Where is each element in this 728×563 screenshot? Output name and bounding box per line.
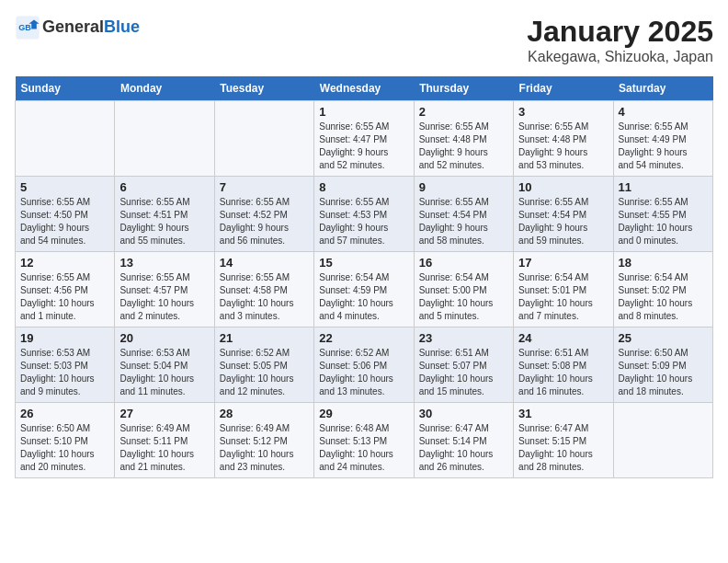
calendar-cell: 16Sunrise: 6:54 AM Sunset: 5:00 PM Dayli… xyxy=(414,252,513,327)
day-number: 18 xyxy=(619,256,708,270)
calendar-cell: 23Sunrise: 6:51 AM Sunset: 5:07 PM Dayli… xyxy=(414,327,513,403)
weekday-header: Monday xyxy=(115,76,214,101)
weekday-row: SundayMondayTuesdayWednesdayThursdayFrid… xyxy=(16,76,713,101)
calendar-cell: 1Sunrise: 6:55 AM Sunset: 4:47 PM Daylig… xyxy=(314,101,414,177)
day-detail: Sunrise: 6:48 AM Sunset: 5:13 PM Dayligh… xyxy=(319,422,408,474)
calendar-week-row: 19Sunrise: 6:53 AM Sunset: 5:03 PM Dayli… xyxy=(16,327,713,403)
calendar-cell: 18Sunrise: 6:54 AM Sunset: 5:02 PM Dayli… xyxy=(613,252,712,327)
day-number: 7 xyxy=(220,180,309,194)
day-detail: Sunrise: 6:47 AM Sunset: 5:14 PM Dayligh… xyxy=(419,422,508,474)
calendar-week-row: 5Sunrise: 6:55 AM Sunset: 4:50 PM Daylig… xyxy=(16,177,713,252)
day-detail: Sunrise: 6:50 AM Sunset: 5:09 PM Dayligh… xyxy=(619,347,708,398)
calendar-cell: 4Sunrise: 6:55 AM Sunset: 4:49 PM Daylig… xyxy=(613,101,712,177)
calendar-cell: 29Sunrise: 6:48 AM Sunset: 5:13 PM Dayli… xyxy=(314,403,414,478)
weekday-header: Wednesday xyxy=(314,76,414,101)
weekday-header: Thursday xyxy=(414,76,513,101)
calendar-cell: 27Sunrise: 6:49 AM Sunset: 5:11 PM Dayli… xyxy=(115,403,214,478)
day-detail: Sunrise: 6:50 AM Sunset: 5:10 PM Dayligh… xyxy=(20,422,109,474)
day-detail: Sunrise: 6:55 AM Sunset: 4:52 PM Dayligh… xyxy=(220,196,309,247)
day-detail: Sunrise: 6:55 AM Sunset: 4:55 PM Dayligh… xyxy=(619,196,708,247)
day-detail: Sunrise: 6:53 AM Sunset: 5:04 PM Dayligh… xyxy=(119,347,209,398)
calendar-week-row: 12Sunrise: 6:55 AM Sunset: 4:56 PM Dayli… xyxy=(16,252,713,327)
weekday-header: Saturday xyxy=(613,76,712,101)
calendar-cell: 11Sunrise: 6:55 AM Sunset: 4:55 PM Dayli… xyxy=(613,177,712,252)
day-number: 15 xyxy=(319,256,408,270)
day-detail: Sunrise: 6:55 AM Sunset: 4:54 PM Dayligh… xyxy=(518,196,608,247)
day-detail: Sunrise: 6:53 AM Sunset: 5:03 PM Dayligh… xyxy=(20,347,109,398)
day-number: 28 xyxy=(220,407,309,420)
day-number: 29 xyxy=(319,407,408,420)
day-detail: Sunrise: 6:55 AM Sunset: 4:57 PM Dayligh… xyxy=(119,271,209,323)
day-number: 22 xyxy=(319,331,408,345)
calendar-cell: 6Sunrise: 6:55 AM Sunset: 4:51 PM Daylig… xyxy=(115,177,214,252)
svg-text:GB: GB xyxy=(18,23,31,32)
day-detail: Sunrise: 6:55 AM Sunset: 4:53 PM Dayligh… xyxy=(319,196,408,247)
day-detail: Sunrise: 6:54 AM Sunset: 5:02 PM Dayligh… xyxy=(619,271,708,323)
calendar-cell: 5Sunrise: 6:55 AM Sunset: 4:50 PM Daylig… xyxy=(16,177,115,252)
calendar-body: 1Sunrise: 6:55 AM Sunset: 4:47 PM Daylig… xyxy=(16,101,713,478)
day-number: 27 xyxy=(119,407,209,420)
calendar-cell: 9Sunrise: 6:55 AM Sunset: 4:54 PM Daylig… xyxy=(414,177,513,252)
calendar-table: SundayMondayTuesdayWednesdayThursdayFrid… xyxy=(15,76,713,478)
day-detail: Sunrise: 6:49 AM Sunset: 5:11 PM Dayligh… xyxy=(119,422,209,474)
day-detail: Sunrise: 6:55 AM Sunset: 4:48 PM Dayligh… xyxy=(419,121,508,172)
day-number: 1 xyxy=(319,105,408,119)
calendar-cell: 17Sunrise: 6:54 AM Sunset: 5:01 PM Dayli… xyxy=(514,252,613,327)
day-detail: Sunrise: 6:54 AM Sunset: 4:59 PM Dayligh… xyxy=(319,271,408,323)
calendar-cell: 26Sunrise: 6:50 AM Sunset: 5:10 PM Dayli… xyxy=(16,403,115,478)
day-number: 14 xyxy=(220,256,309,270)
calendar-cell xyxy=(16,101,115,177)
calendar-cell: 25Sunrise: 6:50 AM Sunset: 5:09 PM Dayli… xyxy=(613,327,712,403)
day-detail: Sunrise: 6:52 AM Sunset: 5:05 PM Dayligh… xyxy=(220,347,309,398)
calendar-cell: 30Sunrise: 6:47 AM Sunset: 5:14 PM Dayli… xyxy=(414,403,513,478)
calendar-cell: 2Sunrise: 6:55 AM Sunset: 4:48 PM Daylig… xyxy=(414,101,513,177)
day-number: 16 xyxy=(419,256,508,270)
day-number: 21 xyxy=(220,331,309,345)
day-detail: Sunrise: 6:55 AM Sunset: 4:49 PM Dayligh… xyxy=(619,121,708,172)
page-header: GB GeneralBlue January 2025 Kakegawa, Sh… xyxy=(15,15,713,65)
day-detail: Sunrise: 6:51 AM Sunset: 5:08 PM Dayligh… xyxy=(518,347,608,398)
day-number: 26 xyxy=(20,407,109,420)
day-detail: Sunrise: 6:55 AM Sunset: 4:51 PM Dayligh… xyxy=(119,196,209,247)
calendar-cell: 31Sunrise: 6:47 AM Sunset: 5:15 PM Dayli… xyxy=(514,403,613,478)
day-detail: Sunrise: 6:55 AM Sunset: 4:47 PM Dayligh… xyxy=(319,121,408,172)
day-number: 3 xyxy=(518,105,608,119)
logo-blue: Blue xyxy=(104,17,140,36)
day-number: 10 xyxy=(518,180,608,194)
day-detail: Sunrise: 6:55 AM Sunset: 4:48 PM Dayligh… xyxy=(518,121,608,172)
logo-icon: GB xyxy=(15,15,40,40)
calendar-cell: 14Sunrise: 6:55 AM Sunset: 4:58 PM Dayli… xyxy=(214,252,313,327)
day-number: 25 xyxy=(619,331,708,345)
calendar-cell: 28Sunrise: 6:49 AM Sunset: 5:12 PM Dayli… xyxy=(214,403,313,478)
calendar-cell xyxy=(613,403,712,478)
calendar-cell: 3Sunrise: 6:55 AM Sunset: 4:48 PM Daylig… xyxy=(514,101,613,177)
calendar-week-row: 1Sunrise: 6:55 AM Sunset: 4:47 PM Daylig… xyxy=(16,101,713,177)
day-number: 23 xyxy=(419,331,508,345)
day-number: 5 xyxy=(20,180,109,194)
logo: GB GeneralBlue xyxy=(15,15,140,40)
calendar-cell: 7Sunrise: 6:55 AM Sunset: 4:52 PM Daylig… xyxy=(214,177,313,252)
calendar-week-row: 26Sunrise: 6:50 AM Sunset: 5:10 PM Dayli… xyxy=(16,403,713,478)
day-number: 31 xyxy=(518,407,608,420)
day-number: 2 xyxy=(419,105,508,119)
calendar-cell: 15Sunrise: 6:54 AM Sunset: 4:59 PM Dayli… xyxy=(314,252,414,327)
day-detail: Sunrise: 6:55 AM Sunset: 4:58 PM Dayligh… xyxy=(220,271,309,323)
day-detail: Sunrise: 6:51 AM Sunset: 5:07 PM Dayligh… xyxy=(419,347,508,398)
day-detail: Sunrise: 6:55 AM Sunset: 4:54 PM Dayligh… xyxy=(419,196,508,247)
day-number: 30 xyxy=(419,407,508,420)
title-block: January 2025 Kakegawa, Shizuoka, Japan xyxy=(527,15,713,65)
day-number: 24 xyxy=(518,331,608,345)
logo-general: General xyxy=(42,17,104,36)
day-detail: Sunrise: 6:54 AM Sunset: 5:00 PM Dayligh… xyxy=(419,271,508,323)
day-detail: Sunrise: 6:47 AM Sunset: 5:15 PM Dayligh… xyxy=(518,422,608,474)
weekday-header: Tuesday xyxy=(214,76,313,101)
day-number: 13 xyxy=(119,256,209,270)
calendar-header: SundayMondayTuesdayWednesdayThursdayFrid… xyxy=(16,76,713,101)
calendar-cell: 12Sunrise: 6:55 AM Sunset: 4:56 PM Dayli… xyxy=(16,252,115,327)
day-number: 19 xyxy=(20,331,109,345)
day-number: 8 xyxy=(319,180,408,194)
day-number: 11 xyxy=(619,180,708,194)
weekday-header: Friday xyxy=(514,76,613,101)
day-number: 4 xyxy=(619,105,708,119)
calendar-subtitle: Kakegawa, Shizuoka, Japan xyxy=(527,49,713,65)
